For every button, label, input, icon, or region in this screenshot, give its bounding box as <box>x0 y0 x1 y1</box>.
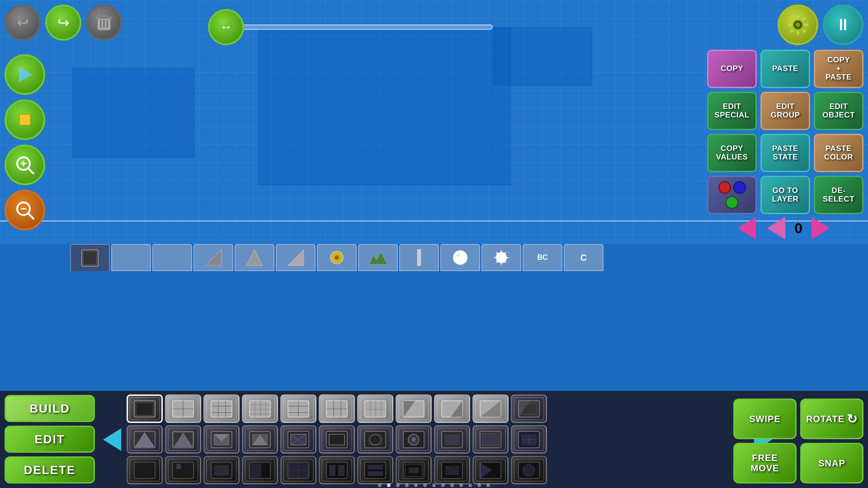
copy-paste-button[interactable]: COPY + PASTE <box>814 50 863 88</box>
obj-tab-circle[interactable] <box>317 244 357 271</box>
obj-tab-bc[interactable]: BC <box>523 244 562 271</box>
undo-button[interactable]: ↩ <box>5 5 41 41</box>
obj-cell-2-9[interactable] <box>434 425 470 454</box>
build-mode-button[interactable]: BUILD <box>5 395 95 422</box>
pause-button[interactable]: ⏸ <box>823 5 863 45</box>
snap-button[interactable]: SNAP <box>800 443 863 483</box>
obj-cell-1-3[interactable] <box>203 394 240 423</box>
obj-cell-3-10[interactable] <box>472 456 509 484</box>
layer-left-button[interactable] <box>765 217 788 239</box>
obj-tab-triangle[interactable] <box>235 244 274 271</box>
edit-special-button[interactable]: EDIT SPECIAL <box>707 92 757 130</box>
obj-cell-2-6[interactable] <box>319 425 355 454</box>
dot-12[interactable] <box>486 483 490 487</box>
slider-track[interactable] <box>240 24 493 30</box>
copy-values-button[interactable]: COPY VALUES <box>707 134 757 172</box>
obj-tab-blocks[interactable] <box>70 244 110 271</box>
obj-grid-prev-button[interactable] <box>99 427 124 452</box>
color-circles-button[interactable] <box>707 176 757 214</box>
obj-cell-2-1[interactable] <box>127 425 163 454</box>
obj-cell-2-11[interactable] <box>511 425 547 454</box>
svg-marker-139 <box>445 466 459 475</box>
obj-cell-2-10[interactable] <box>472 425 509 454</box>
dot-6[interactable] <box>432 483 436 487</box>
dot-0[interactable] <box>378 483 382 487</box>
free-move-button[interactable]: FREE MOVE <box>733 443 797 483</box>
obj-cell-3-1[interactable] <box>127 456 163 484</box>
svg-rect-112 <box>480 432 501 448</box>
obj-cell-3-4[interactable] <box>242 456 278 484</box>
settings-button[interactable] <box>778 5 818 45</box>
bg-rect-3 <box>493 27 592 86</box>
obj-cell-3-5[interactable] <box>280 456 316 484</box>
obj-tab-sphere[interactable] <box>440 244 480 271</box>
obj-cell-1-11[interactable] <box>511 394 547 423</box>
obj-cell-1-8[interactable] <box>396 394 432 423</box>
obj-cell-1-5[interactable] <box>280 394 316 423</box>
paste-color-button[interactable]: PASTE COLOR <box>814 134 863 172</box>
obj-cell-2-3[interactable] <box>203 425 240 454</box>
delete-button[interactable] <box>86 5 122 41</box>
obj-cell-3-11[interactable] <box>511 456 547 484</box>
obj-cell-1-4[interactable] <box>242 394 278 423</box>
dot-3[interactable] <box>405 483 409 487</box>
swipe-button[interactable]: SWIPE <box>733 399 797 439</box>
dot-5[interactable] <box>423 483 427 487</box>
slider-handle[interactable]: ↔ <box>208 9 244 45</box>
dot-2[interactable] <box>396 483 400 487</box>
obj-tab-pillar[interactable] <box>399 244 439 271</box>
dot-7[interactable] <box>441 483 445 487</box>
obj-tab-diagonal[interactable] <box>193 244 233 271</box>
edit-mode-button[interactable]: EDIT <box>5 426 95 453</box>
obj-cell-3-2[interactable] <box>165 456 201 484</box>
obj-tab-2[interactable] <box>111 244 151 271</box>
obj-tab-terrain[interactable] <box>358 244 398 271</box>
dot-11[interactable] <box>477 483 481 487</box>
obj-cell-2-8[interactable] <box>396 425 432 454</box>
dot-9[interactable] <box>459 483 463 487</box>
music-button[interactable]: ♪ <box>5 54 45 95</box>
obj-cell-1-2[interactable] <box>165 394 201 423</box>
dot-8[interactable] <box>450 483 454 487</box>
layer-right-button[interactable] <box>809 217 832 239</box>
dot-10[interactable] <box>468 483 472 487</box>
zoom-in-button[interactable] <box>5 145 45 185</box>
obj-cell-2-5[interactable] <box>280 425 316 454</box>
obj-tab-explosion[interactable] <box>481 244 521 271</box>
edit-group-button[interactable]: EDIT GROUP <box>760 92 810 130</box>
layer-left-far-button[interactable] <box>736 217 758 239</box>
obj-cell-3-3[interactable] <box>203 456 240 484</box>
obj-tab-c[interactable]: C <box>564 244 604 271</box>
obj-cell-2-4[interactable] <box>242 425 278 454</box>
go-to-layer-button[interactable]: GO TO LAYER <box>760 176 810 214</box>
paste-state-button[interactable]: PASTE STATE <box>760 134 810 172</box>
dot-4[interactable] <box>414 483 418 487</box>
obj-cell-1-10[interactable] <box>472 394 509 423</box>
obj-cell-3-8[interactable] <box>396 456 432 484</box>
stop-button[interactable] <box>5 99 45 140</box>
obj-cell-3-6[interactable] <box>319 456 355 484</box>
edit-object-button[interactable]: EDIT OBJECT <box>814 92 863 130</box>
obj-cell-1-6[interactable] <box>319 394 355 423</box>
dot-1[interactable] <box>387 483 391 487</box>
obj-cell-1-1[interactable] <box>127 394 163 423</box>
obj-cell-1-7[interactable] <box>357 394 393 423</box>
obj-cell-1-9[interactable] <box>434 394 470 423</box>
obj-cell-3-9[interactable] <box>434 456 470 484</box>
svg-marker-80 <box>451 401 462 417</box>
redo-button[interactable]: ↪ <box>45 5 81 41</box>
paste-button[interactable]: PASTE <box>760 50 810 88</box>
rotate-button[interactable]: ROTATE ↻ <box>800 399 863 439</box>
zoom-out-button[interactable] <box>5 190 45 230</box>
object-grid <box>127 394 748 484</box>
delete-mode-button[interactable]: DELETE <box>5 456 95 483</box>
obj-tab-3[interactable] <box>152 244 192 271</box>
obj-cell-2-2[interactable] <box>165 425 201 454</box>
copy-button[interactable]: COPY <box>707 50 757 88</box>
obj-tab-slope[interactable] <box>276 244 316 271</box>
right-bottom-row-2: FREE MOVE SNAP <box>733 443 863 483</box>
obj-cell-3-7[interactable] <box>357 456 393 484</box>
svg-rect-72 <box>365 401 386 417</box>
obj-cell-2-7[interactable] <box>357 425 393 454</box>
deselect-button[interactable]: DE- SELECT <box>814 176 863 214</box>
